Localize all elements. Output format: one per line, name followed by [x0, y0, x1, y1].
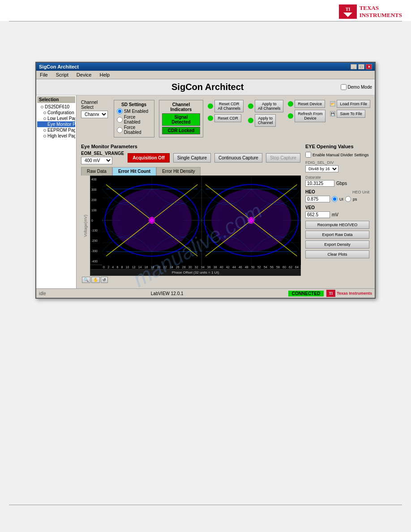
- btn-group-right: Reset Device Refresh FromDevice: [288, 100, 325, 122]
- datarate-row: Gbps: [305, 180, 369, 187]
- eom-sel-dropdown[interactable]: 400 mV 200 mV 100 mV: [81, 157, 112, 164]
- svg-text:TI: TI: [345, 7, 350, 12]
- apply-all-channels-button[interactable]: Apply toAll Channels: [255, 100, 284, 112]
- sidebar-item-high-level[interactable]: High level Page: [37, 133, 75, 139]
- tab-raw-data[interactable]: Raw Data: [81, 167, 112, 176]
- ti-logo: TI Texas Instruments: [339, 4, 402, 19]
- fdig-sel-group: FDIG_SEL_DIV Div48 by 16: [305, 160, 369, 172]
- heo-input[interactable]: [305, 196, 330, 202]
- stop-capture-button[interactable]: Stop Capture: [266, 153, 300, 163]
- x-axis-labels: 0246810121416182022242628303234363840424…: [90, 265, 301, 270]
- radio-sm-enabled-input[interactable]: [117, 108, 123, 114]
- menu-script[interactable]: Script: [54, 72, 70, 78]
- settings-row: Channel Select Channel 1 Channel 2 Chann…: [79, 98, 372, 139]
- status-ti-svg: TI: [326, 290, 335, 297]
- radio-sm-enabled: SM Enabled: [117, 108, 151, 114]
- status-ti-text: Texas Instruments: [337, 291, 372, 296]
- sidebar-dot-ds25df610: [41, 106, 43, 108]
- sidebar-item-config[interactable]: Configuration: [37, 110, 75, 116]
- y-label-100: 100: [91, 209, 101, 212]
- sidebar-item-ds25df610[interactable]: DS25DF610: [37, 104, 75, 110]
- sidebar-dot-config: [43, 112, 46, 114]
- maximize-button[interactable]: □: [358, 64, 364, 69]
- page-top: [0, 21, 411, 48]
- load-from-file-button[interactable]: Load From File: [337, 100, 370, 108]
- datarate-label: Datarate: [305, 175, 369, 180]
- refresh-from-device-button[interactable]: Refresh FromDevice: [295, 110, 325, 122]
- channel-select-label: Channel Select: [81, 100, 109, 110]
- chart-wrapper: Voltage(mV) 400 300 200 100: [81, 176, 301, 276]
- save-to-file-button[interactable]: Save To File: [337, 110, 365, 118]
- ti-logo-svg: TI: [339, 4, 357, 19]
- y-label-200: 200: [91, 198, 101, 202]
- sidebar-item-eye-monitor[interactable]: Eye Monitor Page: [37, 121, 75, 127]
- app-header: SigCon Architect Demo Mode: [36, 79, 375, 95]
- heo-label: HEO: [305, 189, 315, 194]
- export-raw-btn[interactable]: Export Raw Data: [305, 231, 369, 239]
- tab-error-hit-count[interactable]: Error Hit Count: [112, 167, 156, 176]
- radio-force-disabled-label: Force Disabled: [124, 125, 151, 135]
- fdig-sel-dropdown[interactable]: Div48 by 16: [305, 165, 338, 172]
- veo-value-row: mV: [305, 211, 369, 218]
- datarate-input[interactable]: [305, 180, 334, 187]
- chart-display: 400 300 200 100 0 -100 -200 -300: [90, 176, 301, 265]
- minimize-button[interactable]: _: [351, 64, 357, 69]
- menu-file[interactable]: File: [38, 72, 50, 78]
- y-label-minus100: -100: [91, 229, 101, 232]
- reset-device-button[interactable]: Reset Device: [295, 100, 325, 108]
- y-axis-labels: 400 300 200 100 0 -100 -200 -300: [90, 176, 102, 265]
- sidebar-item-eeprom[interactable]: EEPROM Page: [37, 127, 75, 133]
- close-button[interactable]: ✕: [366, 64, 372, 69]
- recompute-btn[interactable]: Recompute HEO/VEO: [305, 221, 369, 229]
- status-connected: CONNECTED: [288, 291, 324, 296]
- btn-pair-reset-device: Reset Device: [288, 100, 325, 108]
- enable-manual-label: Enable Manual Divider Settings: [313, 153, 369, 157]
- export-density-btn[interactable]: Export Density: [305, 240, 369, 249]
- radio-force-enabled-input[interactable]: [117, 117, 123, 123]
- channel-indicators: Channel Indicators Signal Detected CDR L…: [159, 100, 204, 137]
- eye-monitor-title: Eye Monitor Parameters: [81, 144, 301, 149]
- tab-error-hit-density[interactable]: Error Hit Density: [156, 167, 201, 176]
- continuous-capture-button[interactable]: Continuous Capture: [214, 153, 262, 163]
- reset-cdr-button[interactable]: Reset CDR: [214, 114, 241, 122]
- green-dot-reset-cdr-all: [208, 103, 213, 109]
- heo-unit-ui-radio[interactable]: [332, 196, 338, 202]
- heo-unit-ps-radio[interactable]: [345, 196, 351, 202]
- app-window: SigCon Architect _ □ ✕ File Script Devic…: [35, 62, 376, 299]
- veo-input[interactable]: [305, 211, 330, 218]
- bottom-divider: [9, 505, 402, 505]
- reset-cdr-all-button[interactable]: Reset CDRAll Channels: [214, 100, 244, 112]
- eye-monitor-header: EOM_SEL_VRANGE 400 mV 200 mV 100 mV Acqu…: [81, 151, 301, 164]
- apply-to-channel-button[interactable]: Apply toChannel: [255, 114, 276, 127]
- main-content: SigCon Architect _ □ ✕ File Script Devic…: [0, 48, 411, 308]
- clear-plots-btn[interactable]: Clear Plots: [305, 250, 369, 258]
- btn-pair-reset-cdr: Reset CDR: [208, 114, 244, 122]
- menu-device[interactable]: Device: [75, 72, 94, 78]
- veo-row: VEO: [305, 205, 369, 210]
- sidebar-header: Selection: [37, 96, 75, 103]
- sidebar-item-low-level[interactable]: Low Level Page: [37, 116, 75, 121]
- veo-section: VEO mV: [305, 205, 369, 218]
- signal-detected-btn[interactable]: Signal Detected: [162, 113, 201, 126]
- green-dot-reset-cdr: [208, 116, 213, 121]
- demo-mode-checkbox[interactable]: [341, 84, 347, 90]
- enable-manual-divider-checkbox[interactable]: [305, 152, 311, 158]
- acquisition-off-button[interactable]: Acquisition Off: [128, 153, 170, 163]
- menu-help[interactable]: Help: [98, 72, 111, 78]
- chart-tool-pan[interactable]: ✋: [91, 277, 100, 283]
- chart-tool-reset[interactable]: ↺: [101, 277, 108, 283]
- datarate-group: Datarate Gbps: [305, 175, 369, 187]
- btn-group-far-right: 📂 Load From File 💾 Save To File: [330, 100, 370, 118]
- single-capture-button[interactable]: Single Capture: [173, 153, 211, 163]
- cdr-locked-btn[interactable]: CDR Locked: [162, 127, 201, 134]
- green-dot-reset-device: [288, 101, 293, 107]
- ti-logo-text: Texas Instruments: [360, 4, 402, 18]
- radio-force-disabled: Force Disabled: [117, 125, 151, 135]
- channel-select-dropdown[interactable]: Channel 1 Channel 2 Channel 3 Channel 4: [81, 111, 108, 118]
- chart-tool-zoom[interactable]: 🔍: [82, 277, 90, 283]
- sd-settings: SD Settings SM Enabled Force Enabled For…: [114, 100, 154, 137]
- svg-text:💾: 💾: [331, 112, 335, 116]
- radio-force-disabled-input[interactable]: [117, 127, 123, 133]
- manual-divider-row: Enable Manual Divider Settings: [305, 152, 369, 158]
- statusbar: idle LabVIEW 12.0.1 CONNECTED TI Texas I…: [36, 288, 375, 298]
